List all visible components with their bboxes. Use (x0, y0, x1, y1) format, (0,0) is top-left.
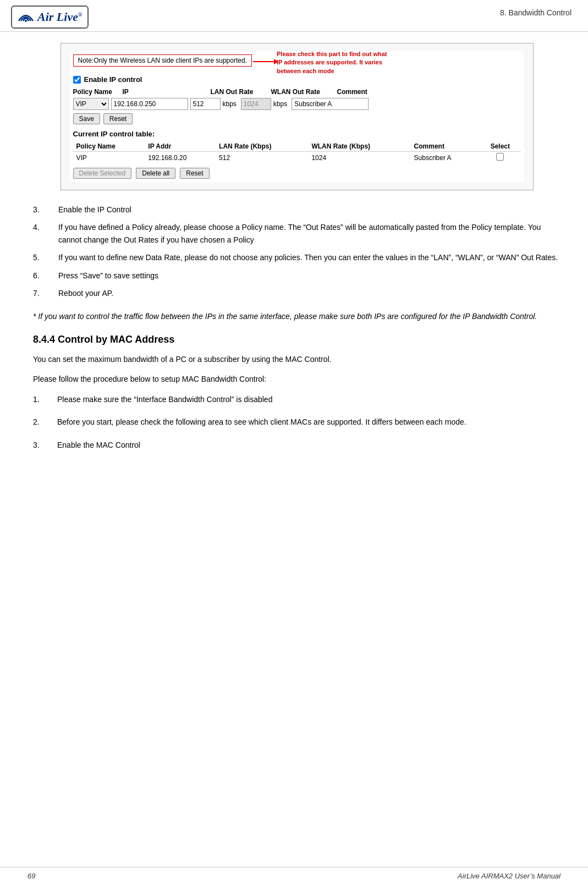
logo-box: Air Live® (11, 6, 89, 29)
wlan-rate-input[interactable] (241, 98, 271, 110)
mac-step-item: 3.Enable the MAC Control (33, 439, 560, 452)
step-number: 3. (33, 204, 50, 216)
delete-selected-button[interactable]: Delete Selected (73, 168, 132, 179)
mac-step-number: 3. (33, 439, 48, 452)
mac-steps-container: 1.Please make sure the “Interface Bandwi… (33, 393, 560, 452)
policy-select[interactable]: VIP (73, 98, 109, 110)
footer-page-number: 69 (28, 872, 35, 880)
mac-step-item: 1.Please make sure the “Interface Bandwi… (33, 393, 560, 406)
signal-icon (18, 9, 34, 25)
svg-point-0 (25, 20, 27, 22)
enable-ip-control-label: Enable IP control (84, 75, 142, 84)
th-policy-name: Policy Name (73, 141, 145, 152)
step-number: 7. (33, 287, 50, 299)
save-reset-row: Save Reset (73, 113, 521, 124)
fh-comment: Comment (337, 88, 367, 96)
page-header: Air Live® 8. Bandwidth Control (0, 0, 588, 32)
mac-step-number: 2. (33, 416, 48, 429)
step-text: If you have defined a Policy already, pl… (58, 221, 560, 246)
td-select[interactable] (480, 152, 520, 164)
italic-note: * If you want to control the traffic flo… (33, 310, 560, 322)
step-text: Enable the IP Control (58, 204, 131, 216)
fh-lan-rate: LAN Out Rate (211, 88, 271, 96)
screenshot-box: Note:Only the Wireless LAN side client I… (61, 43, 534, 190)
step-item: 6.Press “Save” to save settings (33, 270, 560, 282)
th-lan-rate: LAN Rate (Kbps) (216, 141, 308, 152)
note-row: Note:Only the Wireless LAN side client I… (73, 54, 521, 71)
enable-ip-control-row: Enable IP control (73, 75, 521, 84)
section-heading-844: 8.4.4 Control by MAC Address (33, 334, 560, 345)
table-section-title: Current IP control table: (73, 130, 521, 138)
footer-brand: AirLive AIRMAX2 User’s Manual (458, 872, 560, 880)
step-item: 7.Reboot your AP. (33, 287, 560, 299)
save-button[interactable]: Save (73, 113, 100, 124)
enable-ip-control-checkbox[interactable] (73, 76, 81, 84)
td-lan-rate: 512 (216, 152, 308, 164)
wlan-kbps-label: kbps (273, 100, 287, 108)
step-item: 3.Enable the IP Control (33, 204, 560, 216)
td-comment: Subscriber A (411, 152, 480, 164)
th-comment: Comment (411, 141, 480, 152)
delete-all-button[interactable]: Delete all (136, 168, 175, 179)
td-policy-name: VIP (73, 152, 145, 164)
th-select: Select (480, 141, 520, 152)
reset-button[interactable]: Reset (103, 113, 133, 124)
intro-para-1: You can set the maximum bandwidth of a P… (33, 353, 560, 365)
mac-step-text: Please make sure the “Interface Bandwidt… (57, 393, 272, 406)
arrow-tip (274, 59, 278, 64)
step-item: 5.If you want to define new Data Rate, p… (33, 251, 560, 263)
fh-ip: IP (123, 88, 211, 96)
bottom-btn-row: Delete Selected Delete all Reset (73, 168, 521, 179)
note-bar: Note:Only the Wireless LAN side client I… (73, 54, 252, 67)
main-content: Note:Only the Wireless LAN side client I… (0, 32, 588, 473)
chapter-title: 8. Bandwidth Control (500, 6, 571, 17)
ip-control-table: Policy Name IP Addr LAN Rate (Kbps) WLAN… (73, 141, 521, 163)
td-ip-addr: 192.168.0.20 (145, 152, 216, 164)
logo-reg: ® (78, 12, 82, 18)
form-input-row: VIP kbps kbps (73, 98, 521, 110)
fh-policy-name: Policy Name (73, 88, 123, 96)
callout-bubble: Please check this part to find out what … (277, 50, 392, 75)
fh-wlan-rate: WLAN Out Rate (271, 88, 337, 96)
row-select-checkbox[interactable] (496, 153, 504, 161)
ip-input[interactable] (111, 98, 188, 110)
callout-container: Note:Only the Wireless LAN side client I… (73, 54, 252, 71)
step-text: Press “Save” to save settings (58, 270, 158, 282)
mac-step-item: 2.Before you start, please check the fol… (33, 416, 560, 429)
step-number: 5. (33, 251, 50, 263)
step-text: If you want to define new Data Rate, ple… (58, 251, 558, 263)
step-item: 4.If you have defined a Policy already, … (33, 221, 560, 246)
bottom-reset-button[interactable]: Reset (180, 168, 209, 179)
mac-step-text: Before you start, please check the follo… (57, 416, 466, 429)
lan-kbps-label: kbps (223, 100, 237, 108)
td-wlan-rate: 1024 (308, 152, 410, 164)
logo-area: Air Live® (11, 6, 89, 29)
mac-step-text: Enable the MAC Control (57, 439, 140, 452)
arrow-line (253, 61, 274, 62)
step-text: Reboot your AP. (58, 287, 113, 299)
step-number: 6. (33, 270, 50, 282)
th-ip-addr: IP Addr (145, 141, 216, 152)
logo-text: Air Live® (37, 10, 82, 24)
form-area: Note:Only the Wireless LAN side client I… (70, 51, 524, 182)
arrow-connector (253, 59, 278, 64)
lan-rate-input[interactable] (190, 98, 221, 110)
th-wlan-rate: WLAN Rate (Kbps) (308, 141, 410, 152)
mac-step-number: 1. (33, 393, 48, 406)
field-headers: Policy Name IP LAN Out Rate WLAN Out Rat… (73, 88, 521, 96)
comment-input[interactable] (292, 98, 369, 110)
page-footer: 69 AirLive AIRMAX2 User’s Manual (0, 867, 588, 884)
steps-section: 3.Enable the IP Control4.If you have def… (33, 204, 560, 299)
table-row: VIP 192.168.0.20 512 1024 Subscriber A (73, 152, 521, 164)
step-number: 4. (33, 221, 50, 246)
intro-para-2: Please follow the procedure below to set… (33, 373, 560, 385)
